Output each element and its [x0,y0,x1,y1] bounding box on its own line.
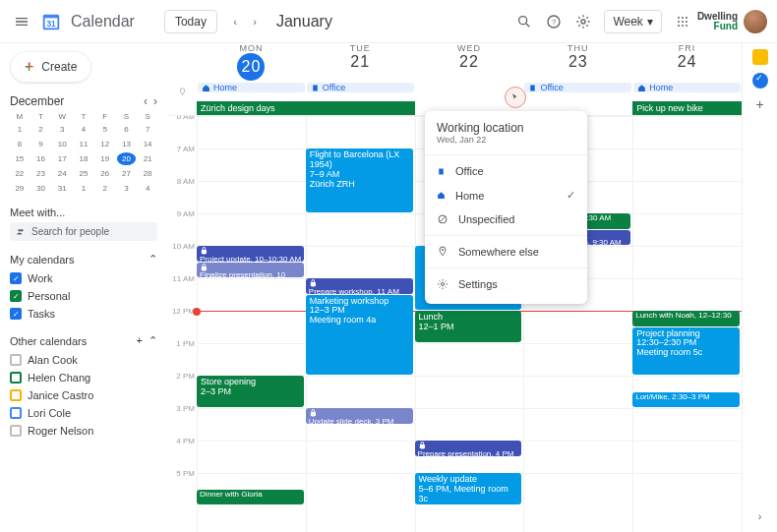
calendar-event[interactable]: Marketing workshop12–3 PMMeeting room 4a [306,295,413,376]
mini-day[interactable]: 9 [31,138,51,150]
mini-prev-button[interactable]: ‹ [144,94,148,108]
calendar-event[interactable]: Lunch with Noah, 12–12:30 [632,311,740,326]
calendar-event[interactable]: Update slide deck, 3 PM [306,408,413,424]
mini-day[interactable]: 3 [52,123,72,136]
account-avatar[interactable] [744,10,767,33]
popup-settings[interactable]: Settings [425,272,587,296]
search-people-input[interactable]: Search for people [10,222,157,241]
collapse-panel-button[interactable]: › [758,510,762,522]
calendar-item[interactable]: Janice Castro [10,386,157,404]
mini-day[interactable]: 4 [74,123,93,136]
working-location-pill[interactable]: Home [633,83,741,92]
mini-day[interactable]: 21 [138,152,157,165]
search-button[interactable] [511,9,537,34]
working-location-pill[interactable]: Office [524,83,631,92]
mini-day[interactable]: 1 [10,123,30,136]
mini-day[interactable]: 8 [10,138,30,150]
mini-day[interactable]: 26 [95,167,115,180]
mini-calendar[interactable]: MTWTFSS123456789101112131415161718192021… [10,112,157,195]
mini-day[interactable]: 4 [138,182,157,195]
mini-day[interactable]: 3 [117,182,137,195]
tasks-button[interactable] [752,73,768,89]
day-header[interactable]: MON20 [197,43,306,83]
mini-day[interactable]: 31 [52,182,72,195]
mini-day[interactable]: 29 [10,182,30,195]
my-calendars-toggle[interactable]: ⌃ [149,253,157,266]
mini-day[interactable]: 20 [117,152,137,165]
mini-day[interactable]: 22 [10,167,30,180]
calendar-event[interactable]: Prepare workshop, 11 AM [306,278,413,294]
mini-day[interactable]: 1 [74,182,93,195]
help-button[interactable]: ? [541,9,567,34]
mini-day[interactable]: 28 [138,167,157,180]
checkbox[interactable] [10,308,22,320]
main-menu-button[interactable] [10,10,33,33]
mini-day[interactable]: 7 [138,123,157,136]
mini-day[interactable]: 11 [74,138,93,150]
mini-day[interactable]: 2 [31,123,51,136]
keep-button[interactable] [752,49,768,65]
calendar-event[interactable]: Flight to Barcelona (LX 1954)7–9 AMZüric… [306,148,413,212]
checkbox[interactable] [10,407,22,419]
calendar-event[interactable]: Finalize presentation, 10 [197,263,304,278]
calendar-item[interactable]: Alan Cook [10,351,157,369]
day-header[interactable]: THU23 [523,43,632,83]
mini-day[interactable]: 24 [52,167,72,180]
prev-week-button[interactable]: ‹ [225,12,245,31]
mini-day[interactable]: 13 [117,138,137,150]
mini-day[interactable]: 2 [95,182,115,195]
settings-button[interactable] [570,9,596,34]
calendar-event[interactable]: Weekly update5–6 PM, Meeting room 3c [415,473,522,504]
apps-button[interactable] [670,9,695,34]
mini-day[interactable]: 17 [52,152,72,165]
add-other-calendar-button[interactable]: + [137,334,143,346]
mini-next-button[interactable]: › [153,94,157,108]
popup-option-office[interactable]: Office [425,159,587,183]
checkbox[interactable] [10,389,22,401]
calendar-event[interactable]: Prepare presentation, 4 PM [415,441,522,456]
popup-option-unspecified[interactable]: Unspecified [425,207,587,231]
create-button[interactable]: + Create [10,51,91,83]
mini-day[interactable]: 5 [95,123,115,136]
mini-day[interactable]: 6 [117,123,137,136]
working-location-pill[interactable]: Home [198,83,305,92]
mini-day[interactable]: 16 [31,152,51,165]
checkbox[interactable] [10,372,22,384]
allday-event[interactable]: Pick up new bike [632,101,742,115]
calendar-item[interactable]: Helen Chang [10,369,157,386]
mini-day[interactable]: 27 [117,167,137,180]
addons-button[interactable]: + [755,96,763,112]
calendar-item[interactable]: Work [10,269,157,287]
mini-day[interactable]: 10 [52,138,72,150]
calendar-event[interactable]: Lunch12–1 PM [415,311,522,342]
checkbox[interactable] [10,425,22,437]
other-calendars-toggle[interactable]: ⌃ [149,334,157,346]
today-button[interactable]: Today [164,10,217,33]
mini-day[interactable]: 15 [10,152,30,165]
calendar-event[interactable]: Project update, 10–10:30 AM [197,246,304,262]
mini-day[interactable]: 14 [138,138,157,150]
mini-day[interactable]: 19 [95,152,115,165]
mini-day[interactable]: 25 [74,167,93,180]
day-header[interactable]: WED22 [415,43,524,83]
popup-option-home[interactable]: Home✓ [425,183,587,207]
mini-day[interactable]: 12 [95,138,115,150]
calendar-event[interactable]: Dinner with Gloria [197,490,304,505]
calendar-event[interactable]: Lori/Mike, 2:30–3 PM [632,392,740,408]
mini-day[interactable]: 23 [31,167,51,180]
working-location-pill[interactable]: Office [307,83,414,92]
next-week-button[interactable]: › [245,12,265,31]
day-header[interactable]: FRI24 [632,43,742,83]
mini-day[interactable]: 30 [31,182,51,195]
calendar-item[interactable]: Lori Cole [10,404,157,422]
calendar-event[interactable]: Store opening2–3 PM [197,376,304,407]
checkbox[interactable] [10,272,22,284]
calendar-item[interactable]: Personal [10,287,157,305]
checkbox[interactable] [10,290,22,302]
popup-somewhere-else[interactable]: Somewhere else [425,240,587,264]
calendar-item[interactable]: Roger Nelson [10,422,157,440]
calendar-event[interactable]: Project planning12:30–2:30 PMMeeting roo… [632,327,740,376]
checkbox[interactable] [10,354,22,366]
mini-day[interactable]: 18 [74,152,93,165]
allday-event[interactable]: Zürich design days [197,101,306,115]
